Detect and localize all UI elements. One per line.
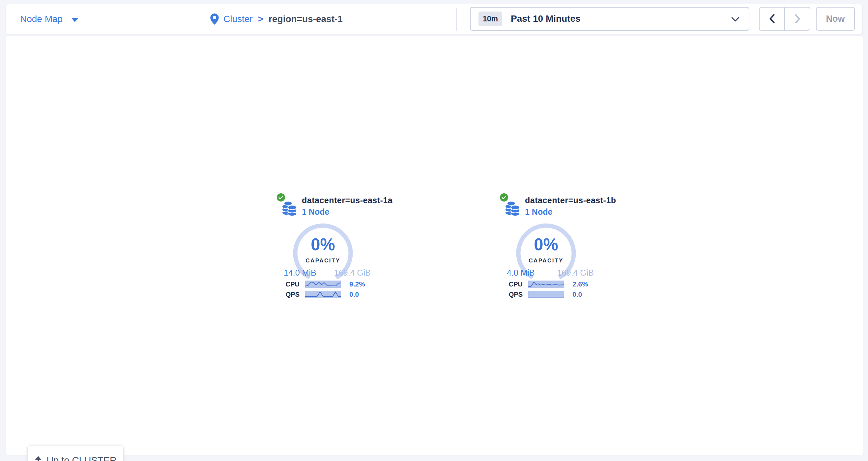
capacity-label: CAPACITY bbox=[515, 258, 577, 264]
cpu-sparkline bbox=[528, 281, 564, 288]
breadcrumb-cluster-link[interactable]: Cluster bbox=[223, 14, 253, 24]
breadcrumb-current: region=us-east-1 bbox=[269, 14, 343, 24]
header-divider bbox=[456, 7, 457, 31]
breadcrumb-separator: > bbox=[258, 14, 263, 24]
cpu-value: 9.2% bbox=[349, 280, 365, 288]
time-prev-button[interactable] bbox=[760, 7, 785, 30]
chevron-right-icon bbox=[795, 14, 801, 23]
capacity-label: CAPACITY bbox=[292, 258, 354, 264]
database-stack-icon bbox=[282, 200, 297, 216]
qps-value: 0.0 bbox=[572, 290, 582, 298]
capacity-used: 4.0 MiB bbox=[507, 268, 535, 277]
capacity-total: 169.4 GiB bbox=[557, 268, 594, 277]
time-next-button[interactable] bbox=[785, 7, 810, 30]
qps-metric-row: QPS 0.0 bbox=[500, 291, 598, 298]
qps-sparkline bbox=[528, 291, 564, 298]
datacenter-node-count: 1 Node bbox=[302, 207, 329, 217]
chevron-left-icon bbox=[769, 14, 775, 23]
qps-metric-row: QPS 0.0 bbox=[277, 291, 375, 298]
datacenter-title: datacenter=us-east-1a bbox=[302, 196, 393, 205]
cpu-metric-row: CPU 2.6% bbox=[500, 281, 598, 288]
cpu-label: CPU bbox=[500, 281, 523, 288]
qps-sparkline bbox=[305, 291, 341, 298]
chevron-down-icon bbox=[731, 17, 740, 23]
header-bar: Node Map Cluster > region=us-east-1 10m … bbox=[6, 4, 863, 34]
up-to-cluster-label: Up to CLUSTER bbox=[46, 455, 117, 461]
view-selector-dropdown[interactable]: Node Map bbox=[20, 4, 79, 34]
caret-down-icon bbox=[71, 18, 79, 22]
capacity-percent: 0% bbox=[292, 236, 354, 253]
time-window-badge: 10m bbox=[478, 11, 502, 26]
datacenter-card[interactable]: datacenter=us-east-1b 1 Node 0% CAPACITY… bbox=[500, 193, 598, 303]
node-map-screen: Node Map Cluster > region=us-east-1 10m … bbox=[0, 0, 868, 461]
datacenter-title: datacenter=us-east-1b bbox=[525, 196, 616, 205]
cpu-label: CPU bbox=[277, 281, 300, 288]
view-selector-label: Node Map bbox=[20, 14, 63, 24]
capacity-used: 14.0 MiB bbox=[284, 268, 316, 277]
time-window-selector[interactable]: 10m Past 10 Minutes bbox=[470, 7, 749, 31]
time-nav-group bbox=[759, 7, 810, 31]
cpu-metric-row: CPU 9.2% bbox=[277, 281, 375, 288]
up-to-cluster-button[interactable]: Up to CLUSTER bbox=[27, 445, 124, 461]
capacity-usage: 4.0 MiB 169.4 GiB bbox=[507, 268, 594, 277]
capacity-percent: 0% bbox=[515, 236, 577, 253]
cpu-value: 2.6% bbox=[572, 280, 588, 288]
cpu-sparkline bbox=[305, 281, 341, 288]
capacity-total: 169.4 GiB bbox=[334, 268, 371, 277]
breadcrumb: Cluster > region=us-east-1 bbox=[210, 4, 343, 34]
arrow-up-icon bbox=[34, 456, 42, 461]
map-pin-icon bbox=[210, 13, 219, 25]
qps-label: QPS bbox=[277, 291, 300, 298]
datacenter-node-count: 1 Node bbox=[525, 207, 552, 217]
now-button[interactable]: Now bbox=[816, 7, 855, 31]
qps-value: 0.0 bbox=[349, 290, 359, 298]
now-button-label: Now bbox=[826, 14, 845, 24]
capacity-usage: 14.0 MiB 169.4 GiB bbox=[284, 268, 371, 277]
datacenter-card[interactable]: datacenter=us-east-1a 1 Node 0% CAPACITY… bbox=[277, 193, 375, 303]
node-map-canvas: datacenter=us-east-1a 1 Node 0% CAPACITY… bbox=[6, 36, 863, 455]
qps-label: QPS bbox=[500, 291, 523, 298]
time-window-label: Past 10 Minutes bbox=[511, 13, 581, 24]
database-stack-icon bbox=[505, 200, 520, 216]
